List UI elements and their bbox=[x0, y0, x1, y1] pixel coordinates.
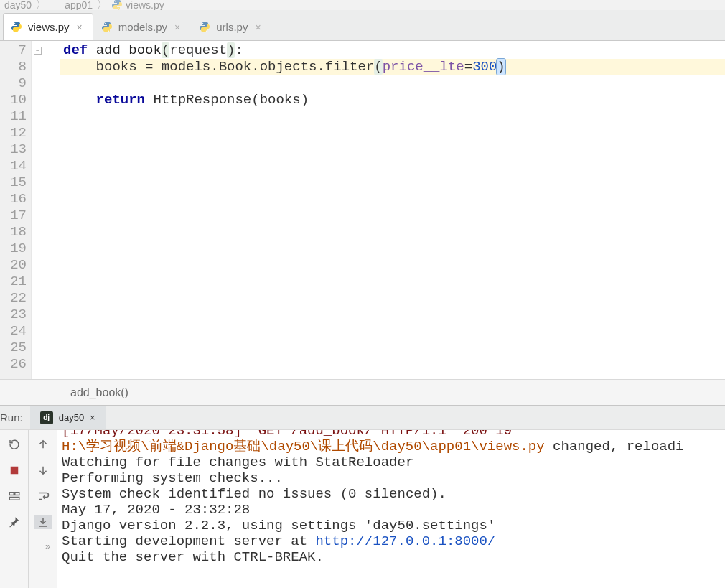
django-icon: dj bbox=[40, 411, 53, 424]
console-line: Starting development server at http://12… bbox=[62, 533, 721, 549]
code-line[interactable] bbox=[60, 323, 725, 340]
svg-point-5 bbox=[108, 30, 109, 32]
svg-point-4 bbox=[104, 23, 106, 24]
code-editor[interactable]: def add_book(request): books = models.Bo… bbox=[60, 41, 725, 379]
svg-point-1 bbox=[118, 8, 120, 9]
code-line[interactable] bbox=[60, 224, 725, 241]
run-tool-window: Run: dj day50 × » [17/May/2020 23:31:5 bbox=[0, 405, 725, 588]
svg-rect-10 bbox=[14, 493, 19, 495]
tab-label: models.py bbox=[118, 21, 167, 33]
line-number-gutter: 7891011121314151617181920212223242526 bbox=[0, 41, 32, 379]
close-icon[interactable]: × bbox=[75, 22, 84, 32]
svg-point-2 bbox=[14, 23, 16, 24]
console-line: H:\学习视频\前端&Django基础\day50\课上代码\day50\app… bbox=[62, 439, 721, 454]
svg-point-6 bbox=[202, 23, 204, 24]
run-configuration-name: day50 bbox=[59, 412, 84, 423]
more-actions-button[interactable]: » bbox=[37, 541, 49, 551]
svg-rect-8 bbox=[10, 467, 18, 475]
console-line: System check identified no issues (0 sil… bbox=[62, 486, 721, 502]
chevron-right-icon: 〉 bbox=[97, 0, 107, 10]
console-output[interactable]: [17/May/2020 23:31:58] "GET /add_book/ H… bbox=[57, 430, 725, 588]
editor-tab[interactable]: urls.py× bbox=[191, 13, 271, 40]
console-line: Django version 2.2.3, using settings 'da… bbox=[62, 518, 721, 533]
scroll-to-end-button[interactable] bbox=[34, 515, 52, 529]
close-icon[interactable]: × bbox=[253, 22, 262, 32]
python-file-icon bbox=[101, 22, 113, 33]
scroll-up-button[interactable] bbox=[34, 437, 52, 452]
code-line[interactable] bbox=[60, 207, 725, 224]
console-line: Performing system checks... bbox=[62, 470, 721, 486]
code-line[interactable]: return HttpResponse(books) bbox=[60, 92, 725, 108]
run-label: Run: bbox=[0, 411, 30, 424]
breadcrumb: day50 〉 app01 〉 views.py bbox=[0, 0, 725, 10]
close-icon[interactable]: × bbox=[173, 22, 182, 32]
editor-breadcrumb[interactable]: add_book() bbox=[0, 379, 725, 405]
console-line: Quit the server with CTRL-BREAK. bbox=[62, 549, 721, 565]
code-line[interactable] bbox=[60, 174, 725, 191]
editor-tabs: views.py×models.py×urls.py× bbox=[0, 10, 725, 41]
tab-label: views.py bbox=[28, 21, 70, 33]
rerun-button[interactable] bbox=[6, 437, 23, 452]
code-line[interactable]: books = models.Book.objects.filter(price… bbox=[60, 59, 725, 75]
code-line[interactable] bbox=[60, 241, 725, 257]
svg-point-0 bbox=[115, 1, 116, 2]
code-line[interactable] bbox=[60, 257, 725, 274]
svg-point-7 bbox=[206, 30, 207, 32]
svg-rect-9 bbox=[9, 493, 14, 495]
code-line[interactable] bbox=[60, 356, 725, 373]
scroll-down-button[interactable] bbox=[34, 463, 52, 477]
code-line[interactable] bbox=[60, 340, 725, 356]
code-line[interactable] bbox=[60, 307, 725, 323]
run-configuration-tab[interactable]: dj day50 × bbox=[30, 406, 106, 429]
chevron-right-icon: 〉 bbox=[36, 0, 46, 10]
editor-tab[interactable]: models.py× bbox=[93, 13, 192, 40]
python-file-icon bbox=[199, 22, 210, 33]
code-line[interactable] bbox=[60, 274, 725, 290]
code-line[interactable] bbox=[60, 290, 725, 307]
console-line: May 17, 2020 - 23:32:28 bbox=[62, 502, 721, 518]
folder-icon bbox=[50, 0, 62, 10]
code-line[interactable]: def add_book(request): bbox=[60, 42, 725, 59]
code-line[interactable] bbox=[60, 191, 725, 207]
fold-toggle[interactable]: − bbox=[34, 47, 42, 55]
soft-wrap-button[interactable] bbox=[34, 489, 52, 503]
code-line[interactable] bbox=[60, 158, 725, 174]
run-toolbar-secondary: » bbox=[29, 430, 57, 588]
stop-button[interactable] bbox=[6, 463, 23, 477]
fold-rail[interactable]: − bbox=[32, 41, 60, 379]
server-url-link[interactable]: http://127.0.0.1:8000/ bbox=[315, 533, 495, 549]
python-file-icon bbox=[11, 22, 22, 33]
breadcrumb-item[interactable]: day50 bbox=[4, 0, 32, 10]
code-line[interactable] bbox=[60, 125, 725, 141]
console-line: Watching for file changes with StatReloa… bbox=[62, 454, 721, 470]
editor-tab[interactable]: views.py× bbox=[3, 13, 93, 40]
python-file-icon bbox=[111, 0, 123, 10]
console-line: [17/May/2020 23:31:58] "GET /add_book/ H… bbox=[62, 430, 721, 439]
code-line[interactable] bbox=[60, 75, 725, 92]
tab-label: urls.py bbox=[216, 21, 248, 33]
layout-button[interactable] bbox=[6, 489, 23, 503]
code-line[interactable] bbox=[60, 108, 725, 125]
code-line[interactable] bbox=[60, 141, 725, 158]
pin-button[interactable] bbox=[6, 515, 23, 529]
close-icon[interactable]: × bbox=[90, 412, 95, 423]
breadcrumb-item[interactable]: views.py bbox=[111, 0, 164, 10]
run-toolbar-primary bbox=[0, 430, 29, 588]
breadcrumb-item[interactable]: app01 bbox=[50, 0, 93, 10]
svg-point-3 bbox=[18, 30, 19, 32]
svg-rect-11 bbox=[9, 498, 19, 500]
